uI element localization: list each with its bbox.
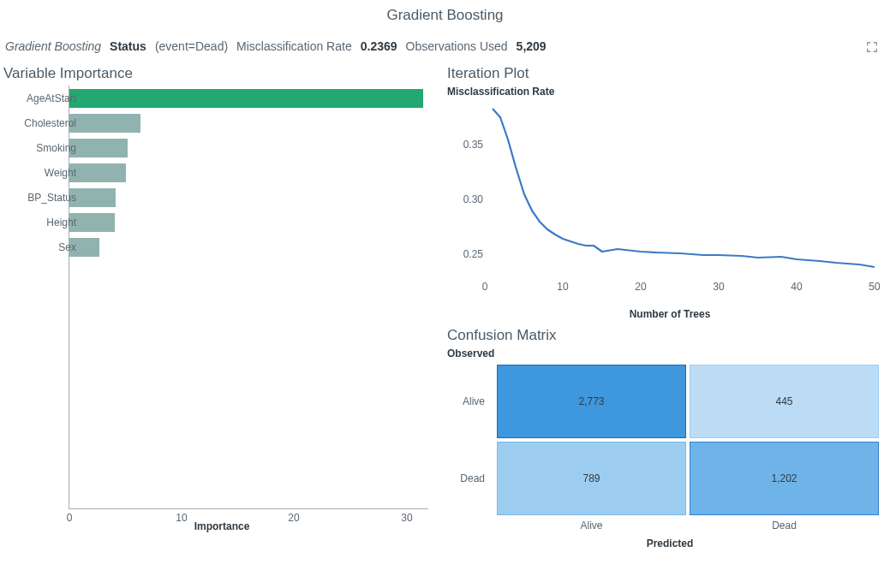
ip-ytick: 0.25: [463, 248, 483, 260]
vi-bar-bpstatus[interactable]: [69, 188, 116, 207]
cm-xlabel: Predicted: [447, 538, 890, 549]
obs-used-value: 5,209: [517, 39, 547, 53]
ip-xtick: 50: [869, 281, 880, 293]
ip-xtick: 30: [713, 281, 724, 293]
vi-ylabel: Height: [46, 217, 76, 229]
vi-bar-ageatstart[interactable]: [69, 89, 423, 108]
cm-row-dead: Dead: [449, 442, 493, 515]
cm-cell-alive-dead[interactable]: 445: [690, 365, 879, 438]
ip-xtick: 20: [635, 281, 646, 293]
ip-title: Iteration Plot: [447, 65, 890, 82]
vi-xtick: 30: [401, 512, 412, 524]
obs-used-label: Observations Used: [406, 39, 508, 53]
vi-ylabel: BP_Status: [27, 192, 76, 204]
vi-xtick: 10: [176, 512, 187, 524]
cm-cell-alive-alive[interactable]: 2,773: [497, 365, 686, 438]
misclass-label: Misclassification Rate: [236, 39, 352, 53]
vi-bar-weight[interactable]: [69, 163, 126, 182]
ip-ytick: 0.30: [463, 193, 483, 205]
ip-xtick: 40: [791, 281, 802, 293]
vi-xlabel: Importance: [194, 520, 250, 532]
model-summary-bar: Gradient Boosting Status (event=Dead) Mi…: [0, 33, 890, 65]
ip-chart[interactable]: 0.35 0.30 0.25 0 10 20 30 40 50: [447, 101, 879, 306]
page-title: Gradient Boosting: [0, 0, 890, 33]
cm-col-dead: Dead: [690, 519, 879, 532]
misclass-value: 0.2369: [361, 39, 397, 53]
ip-subtitle: Misclassification Rate: [447, 86, 890, 98]
cm-cell-dead-alive[interactable]: 789: [497, 442, 686, 515]
ip-xtick: 0: [482, 281, 488, 293]
target-var-label: Status: [110, 39, 146, 53]
ip-xlabel: Number of Trees: [447, 308, 890, 320]
vi-ylabel: Weight: [45, 167, 76, 179]
cm-row-alive: Alive: [449, 365, 493, 438]
cm-title: Confusion Matrix: [447, 327, 890, 344]
vi-bar-cholesterol[interactable]: [69, 114, 140, 133]
vi-title: Variable Importance: [3, 65, 440, 82]
cm-subtitle: Observed: [447, 347, 890, 359]
expand-icon[interactable]: [866, 41, 878, 53]
confusion-matrix-panel: Confusion Matrix Observed Alive 2,773 44…: [447, 327, 890, 549]
iteration-plot-panel: Iteration Plot Misclassification Rate 0.…: [447, 65, 890, 320]
ip-xtick: 10: [557, 281, 568, 293]
vi-bar-smoking[interactable]: [69, 139, 128, 157]
vi-chart[interactable]: 0 10 20 30 AgeAtStart Cholesterol Smokin…: [3, 86, 440, 531]
vi-ylabel: Smoking: [36, 142, 76, 154]
cm-col-alive: Alive: [497, 519, 686, 532]
model-name: Gradient Boosting: [5, 39, 101, 53]
event-level: (event=Dead): [155, 39, 228, 53]
vi-ylabel: Sex: [58, 241, 76, 253]
vi-ylabel: AgeAtStart: [27, 92, 76, 104]
vi-xtick: 0: [67, 512, 73, 524]
vi-ylabel: Cholesterol: [24, 117, 76, 129]
cm-cell-dead-dead[interactable]: 1,202: [690, 442, 879, 515]
ip-ytick: 0.35: [463, 139, 483, 151]
cm-chart[interactable]: Alive 2,773 445 Dead 789 1,202 Alive Dea…: [447, 363, 890, 534]
vi-xtick: 20: [288, 512, 299, 524]
variable-importance-panel: Variable Importance 0 10 20 30 AgeAtStar…: [3, 65, 440, 549]
